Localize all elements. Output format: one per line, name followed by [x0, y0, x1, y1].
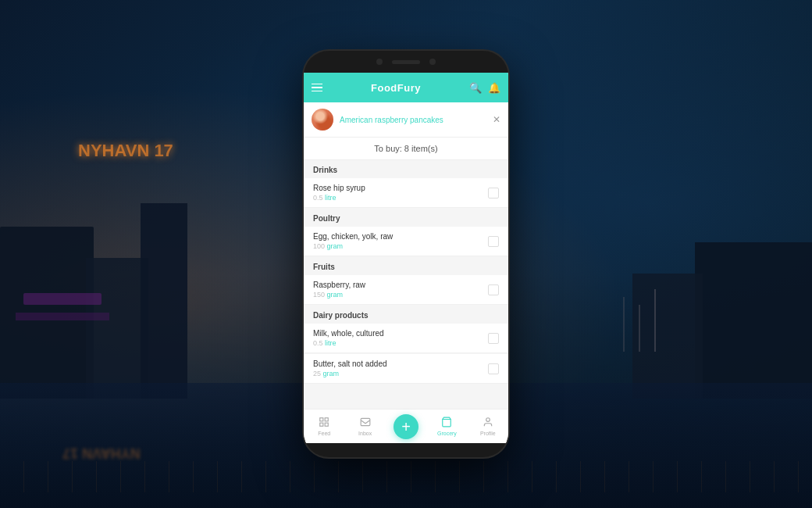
- item-name: Egg, chicken, yolk, raw: [313, 232, 488, 241]
- recipe-title-highlight: pancakes: [410, 116, 443, 124]
- svg-rect-3: [325, 423, 328, 426]
- nav-label-inbox: Inbox: [358, 431, 372, 436]
- svg-rect-2: [320, 423, 323, 426]
- to-buy-heading: To buy: 8 item(s): [304, 138, 508, 160]
- nav-item-add[interactable]: +: [386, 410, 426, 443]
- list-item[interactable]: Butter, salt not added 25 gram: [304, 354, 508, 384]
- item-qty: 0.5 litre: [313, 194, 488, 202]
- item-name: Raspberry, raw: [313, 281, 488, 289]
- add-button[interactable]: +: [394, 414, 418, 439]
- category-drinks: Drinks: [304, 160, 508, 178]
- bottom-nav: Feed Inbox + Grocery: [304, 409, 508, 443]
- item-name: Butter, salt not added: [313, 360, 488, 368]
- app-title: FoodFury: [329, 82, 463, 94]
- nav-item-inbox[interactable]: Inbox: [344, 410, 385, 443]
- item-checkbox[interactable]: [488, 236, 499, 247]
- phone-camera: [376, 59, 383, 65]
- nav-item-grocery[interactable]: Grocery: [426, 410, 467, 443]
- category-poultry: Poultry: [304, 209, 508, 227]
- list-item[interactable]: Raspberry, raw 150 gram: [304, 275, 508, 305]
- nyhavn-sign: NYHAVN 17: [78, 141, 173, 161]
- notification-icon[interactable]: 🔔: [488, 82, 500, 94]
- list-item[interactable]: Rose hip syrup 0.5 litre: [304, 178, 508, 208]
- category-dairy: Dairy products: [304, 306, 508, 324]
- grocery-icon: [441, 417, 452, 429]
- item-qty: 0.5 litre: [313, 339, 488, 347]
- item-qty: 150 gram: [313, 291, 488, 299]
- search-icon[interactable]: 🔍: [469, 82, 482, 94]
- svg-rect-4: [361, 418, 370, 425]
- nav-label-grocery: Grocery: [437, 431, 457, 436]
- item-name: Milk, whole, cultured: [313, 329, 488, 338]
- nav-item-feed[interactable]: Feed: [304, 410, 344, 443]
- svg-rect-0: [320, 418, 323, 421]
- category-fruits: Fruits: [304, 257, 508, 275]
- item-checkbox[interactable]: [488, 284, 499, 295]
- phone-bottom-bar: [304, 443, 508, 457]
- profile-icon: [483, 417, 493, 429]
- nav-item-profile[interactable]: Profile: [468, 410, 508, 443]
- item-checkbox[interactable]: [488, 333, 499, 344]
- phone-top-bar: [304, 51, 508, 73]
- phone-screen: FoodFury 🔍 🔔 American raspberry pancakes…: [304, 73, 508, 443]
- item-name: Rose hip syrup: [313, 184, 488, 192]
- item-qty: 100 gram: [313, 242, 488, 250]
- menu-button[interactable]: [312, 84, 322, 92]
- recipe-card: American raspberry pancakes ✕: [304, 102, 508, 138]
- recipe-title: American raspberry pancakes: [340, 116, 486, 124]
- list-item[interactable]: Milk, whole, cultured 0.5 litre: [304, 324, 508, 353]
- list-item[interactable]: Egg, chicken, yolk, raw 100 gram: [304, 227, 508, 256]
- inbox-icon: [360, 417, 371, 429]
- app-header: FoodFury 🔍 🔔: [304, 73, 508, 102]
- item-checkbox[interactable]: [488, 188, 499, 199]
- feed-icon: [319, 417, 329, 429]
- item-checkbox[interactable]: [488, 363, 499, 374]
- recipe-close-button[interactable]: ✕: [493, 114, 500, 125]
- phone-device: FoodFury 🔍 🔔 American raspberry pancakes…: [304, 51, 508, 457]
- svg-point-6: [486, 418, 490, 422]
- nav-label-feed: Feed: [318, 431, 330, 436]
- phone-camera-2: [429, 59, 436, 65]
- recipe-title-prefix: American raspberry: [340, 116, 410, 124]
- grocery-list[interactable]: Drinks Rose hip syrup 0.5 litre Poultry …: [304, 160, 508, 409]
- recipe-avatar: [312, 109, 333, 131]
- nav-label-profile: Profile: [480, 431, 496, 436]
- phone-speaker: [392, 60, 420, 64]
- item-qty: 25 gram: [313, 370, 488, 377]
- svg-rect-1: [325, 418, 328, 421]
